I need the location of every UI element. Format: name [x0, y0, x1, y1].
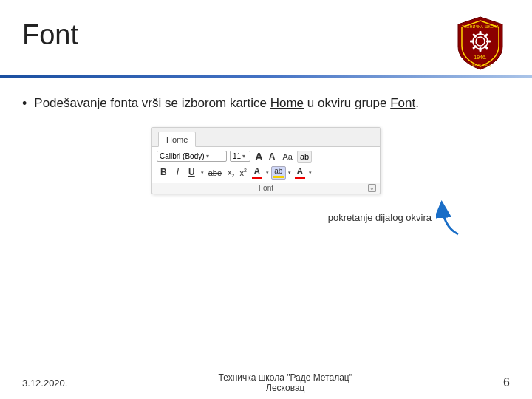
footer-school-line2: Лесковац [219, 383, 352, 393]
svg-rect-4 [486, 41, 491, 43]
highlight-label: ab [274, 168, 282, 175]
font-color2-bar [295, 177, 305, 179]
font-color2-arrow: ▾ [309, 170, 312, 176]
footer-school: Техничка школа "Раде Металац" Лесковац [219, 372, 352, 393]
font-size-selector[interactable]: 11 ▾ [230, 151, 250, 162]
clear-format-button[interactable]: ab [297, 151, 312, 163]
bold-button[interactable]: B [157, 166, 171, 180]
svg-rect-8 [470, 41, 474, 43]
screenshot-container: Home Calibri (Body) ▾ 11 ▾ A A [22, 127, 510, 194]
home-link: Home [270, 96, 304, 110]
svg-text:ТЕХНИЧКА ШКОЛА: ТЕХНИЧКА ШКОЛА [462, 24, 499, 29]
dialog-launcher-icon: ↗ [368, 183, 376, 191]
dialog-launcher-button[interactable]: ↗ [368, 184, 376, 192]
text-before-font: u okviru grupe [304, 96, 390, 110]
subscript-button[interactable]: x2 [226, 167, 236, 179]
font-size-arrow: ▾ [242, 153, 245, 160]
svg-text:1946.: 1946. [474, 55, 487, 60]
font-color2-button[interactable]: A [293, 167, 307, 179]
highlight-button[interactable]: ab [271, 166, 286, 180]
superscript-button[interactable]: x2 [238, 167, 248, 178]
font-size-value: 11 [233, 152, 241, 160]
annotation-area: pokretanje dijalog okvira [22, 197, 510, 238]
font-color2-label: A [297, 167, 304, 176]
highlight-bar [273, 176, 284, 178]
font-color-label: A [254, 167, 261, 176]
main-content: • Podešavanje fonta vrši se izborom kart… [0, 78, 532, 238]
home-tab[interactable]: Home [158, 132, 196, 147]
underline-button[interactable]: U [185, 166, 199, 180]
bullet-paragraph: • Podešavanje fonta vrši se izborom kart… [22, 94, 510, 114]
ribbon-toolbar: Calibri (Body) ▾ 11 ▾ A A Aa ab B I [152, 147, 380, 183]
font-color-arrow: ▾ [266, 170, 269, 176]
ribbon-group-label: Font [259, 184, 273, 192]
font-family-arrow: ▾ [206, 153, 209, 160]
text-end: . [415, 96, 419, 110]
font-family-selector[interactable]: Calibri (Body) ▾ [157, 151, 227, 162]
svg-rect-2 [480, 31, 482, 35]
footer-date: 3.12.2020. [22, 378, 67, 389]
font-link: Font [390, 96, 415, 110]
highlight-arrow: ▾ [288, 170, 291, 176]
change-case-button[interactable]: Aa [282, 152, 294, 161]
strikethrough-button[interactable]: abe [206, 168, 224, 178]
ribbon-screenshot: Home Calibri (Body) ▾ 11 ▾ A A [151, 127, 381, 194]
svg-rect-6 [480, 47, 482, 52]
text-before-home: Podešavanje fonta vrši se izborom kartic… [34, 96, 270, 110]
toolbar-row-2: B I U ▾ abe x2 x2 A ▾ ab [157, 165, 375, 181]
footer: 3.12.2020. Техничка школа "Раде Металац"… [0, 366, 532, 399]
school-emblem: 1946. ТЕХНИЧКА ШКОЛА ЛЕСКОВАЦ [451, 13, 510, 72]
page-title: Font [22, 19, 78, 51]
annotation-text: pokretanje dijalog okvira [328, 212, 432, 223]
home-tab-label: Home [166, 135, 188, 144]
font-color-bar [252, 177, 262, 179]
bullet-point: • [22, 94, 27, 114]
svg-text:ЛЕСКОВАЦ: ЛЕСКОВАЦ [470, 63, 490, 67]
blue-arrow-icon [436, 197, 466, 238]
header: Font 1946. ТЕХНИЧКА ШКОЛА ЛЕСКОВАЦ [0, 0, 532, 72]
font-shrink-button[interactable]: A [267, 151, 277, 162]
footer-school-line1: Техничка школа "Раде Металац" [219, 372, 352, 383]
italic-button[interactable]: I [173, 166, 183, 180]
ribbon-tabs-row: Home [152, 128, 380, 147]
footer-page-number: 6 [503, 376, 510, 389]
paragraph-text: Podešavanje fonta vrši se izborom kartic… [34, 94, 510, 113]
font-grow-button[interactable]: A [253, 150, 265, 163]
font-color-button[interactable]: A [250, 167, 264, 179]
font-family-value: Calibri (Body) [160, 152, 205, 160]
toolbar-row-1: Calibri (Body) ▾ 11 ▾ A A Aa ab [157, 150, 375, 163]
underline-arrow: ▾ [201, 170, 204, 176]
ribbon-group-label-row: Font ↗ [152, 183, 380, 194]
